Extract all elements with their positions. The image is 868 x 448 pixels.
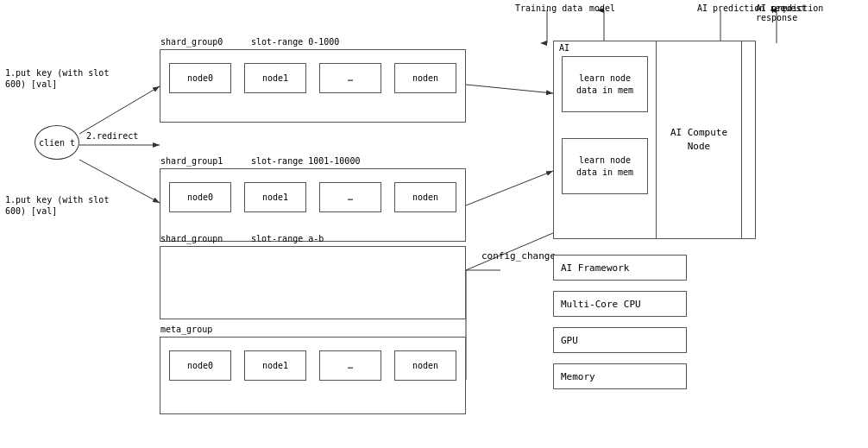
meta-node-ellipsis: … (319, 350, 381, 381)
shard-group0-title: shard_group0 (160, 37, 223, 47)
sg0-noden: noden (394, 63, 456, 93)
multi-core-cpu-box: Multi-Core CPU (553, 291, 687, 317)
sg1-noden: noden (394, 182, 456, 212)
sg0-node0: node0 (169, 63, 231, 93)
shard-group0-range: slot-range 0-1000 (251, 37, 339, 47)
redirect-label: 2.redirect (86, 131, 138, 141)
sg1-node-ellipsis: … (319, 182, 381, 212)
svg-line-8 (79, 86, 160, 134)
sg0-node1: node1 (244, 63, 306, 93)
shard-group1-range: slot-range 1001-10000 (251, 156, 360, 166)
sg1-node0: node0 (169, 182, 231, 212)
shard-group0-box: shard_group0 slot-range 0-1000 node0 nod… (160, 49, 466, 123)
memory-box: Memory (553, 363, 687, 389)
sg1-node1: node1 (244, 182, 306, 212)
sg0-node-ellipsis: … (319, 63, 381, 93)
model-label: model (589, 3, 615, 13)
learn-box-1: learn nodedata in mem (562, 56, 648, 112)
shard-groupn-range: slot-range a-b (251, 234, 324, 243)
client-node: clien t (35, 125, 79, 160)
shard-groupn-title: shard_groupn (160, 234, 223, 243)
ai-compute-node: AI ComputeNode (656, 41, 742, 239)
shard-group1-title: shard_group1 (160, 156, 223, 166)
training-data-label: Training data (515, 3, 582, 13)
gpu-box: GPU (553, 327, 687, 353)
put2-label: 1.put key (with slot600) [val] (5, 194, 109, 217)
meta-group-box: meta_group node0 node1 … noden (160, 337, 466, 414)
svg-line-12 (466, 171, 553, 205)
meta-node0: node0 (169, 350, 231, 381)
ai-prediction-response-label: AI prediction response (756, 3, 868, 22)
put1-label: 1.put key (with slot600) [val] (5, 67, 109, 90)
meta-group-title: meta_group (160, 325, 212, 334)
meta-noden: noden (394, 350, 456, 381)
svg-line-11 (466, 85, 553, 93)
learn-box-2: learn nodedata in mem (562, 138, 648, 194)
config-change-label: config_change (481, 250, 556, 262)
shard-group1-box: shard_group1 slot-range 1001-10000 node0… (160, 168, 466, 242)
ai-framework-box: AI Framework (553, 255, 687, 281)
shard-groupn-box: shard_groupn slot-range a-b (160, 246, 466, 319)
meta-node1: node1 (244, 350, 306, 381)
ai-label: AI (559, 43, 569, 53)
